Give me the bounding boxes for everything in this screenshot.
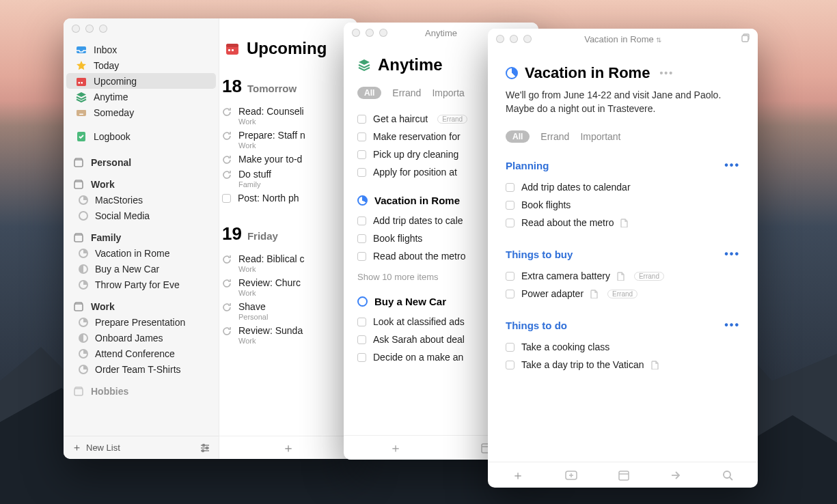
task-title: Read: Biblical c — [238, 253, 305, 264]
nav-inbox[interactable]: Inbox — [66, 42, 216, 57]
add-task-icon[interactable]: ＋ — [512, 467, 524, 484]
add-task-button[interactable]: ＋ — [219, 440, 357, 456]
task-row[interactable]: Post: North ph — [222, 191, 357, 206]
section-more-icon[interactable]: ••• — [724, 319, 740, 331]
section-more-icon[interactable]: ••• — [724, 159, 740, 171]
project-item[interactable]: Throw Party for Eve — [66, 277, 216, 292]
checkbox[interactable] — [357, 353, 366, 362]
checkbox[interactable] — [506, 290, 514, 298]
traffic-lights[interactable] — [352, 29, 387, 37]
new-list-button[interactable]: ＋New List — [72, 441, 120, 454]
task-row[interactable]: Make your to-d — [222, 152, 357, 167]
nav-upcoming[interactable]: Upcoming — [66, 73, 216, 89]
checkbox[interactable] — [506, 361, 514, 369]
area-hobbies[interactable]: Hobbies — [64, 384, 219, 399]
project-label: Vacation in Rome — [95, 248, 169, 259]
progress-icon — [79, 195, 88, 205]
area-family[interactable]: Family — [64, 230, 219, 245]
filter-all[interactable]: All — [357, 87, 381, 99]
tag[interactable]: Errand — [607, 290, 637, 298]
settings-icon[interactable] — [200, 443, 210, 453]
page-title: Upcoming — [247, 39, 327, 58]
filter-errand[interactable]: Errand — [540, 131, 569, 142]
checkbox[interactable] — [506, 272, 514, 281]
checkbox[interactable] — [506, 201, 514, 210]
task-row[interactable]: Extra camera batteryErrand — [506, 267, 740, 285]
checkbox[interactable] — [357, 335, 366, 344]
checkbox[interactable] — [357, 318, 366, 326]
task-row[interactable]: Power adapterErrand — [506, 285, 740, 303]
filter-all[interactable]: All — [506, 130, 530, 143]
filter-important[interactable]: Important — [580, 131, 620, 142]
nav-logbook[interactable]: Logbook — [66, 128, 216, 144]
checkbox[interactable] — [222, 194, 231, 203]
traffic-lights[interactable] — [72, 25, 107, 33]
task-row[interactable]: Take a cooking class — [506, 338, 740, 356]
nav-today[interactable]: Today — [66, 57, 216, 73]
duplicate-icon[interactable] — [740, 33, 750, 43]
area-work[interactable]: Work — [64, 177, 219, 192]
project-item[interactable]: Order Team T-Shirts — [66, 361, 216, 377]
search-icon[interactable] — [722, 469, 734, 481]
section-title[interactable]: Planning — [506, 160, 549, 171]
checkbox[interactable] — [357, 150, 366, 159]
task-row[interactable]: Read: Biblical cWork — [222, 251, 357, 275]
task-row[interactable]: Book flights — [506, 196, 740, 214]
traffic-lights[interactable] — [496, 35, 532, 43]
progress-icon — [357, 195, 368, 206]
nav-anytime[interactable]: Anytime — [66, 89, 216, 104]
section-title[interactable]: Things to do — [506, 320, 567, 331]
task-row[interactable]: Review: ChurcWork — [222, 275, 357, 299]
task-row[interactable]: Add trip dates to calendar — [506, 178, 740, 196]
calendar-icon[interactable] — [618, 469, 630, 481]
checkbox[interactable] — [506, 219, 514, 227]
svg-point-19 — [202, 449, 204, 451]
checkbox[interactable] — [357, 252, 366, 261]
project-item[interactable]: Social Media — [66, 208, 216, 223]
task-row[interactable]: Take a day trip to the Vatican — [506, 356, 740, 374]
project-item[interactable]: Onboard James — [66, 330, 216, 346]
task-row[interactable]: ShavePersonal — [222, 299, 357, 323]
project-item[interactable]: Prepare Presentation — [66, 314, 216, 330]
area-personal[interactable]: Personal — [64, 155, 219, 170]
nav-someday[interactable]: Someday — [66, 104, 216, 120]
section-title[interactable]: Things to buy — [506, 249, 573, 260]
task-row[interactable]: Review: SundaWork — [222, 323, 357, 347]
project-item[interactable]: Vacation in Rome — [66, 245, 216, 261]
area-icon — [73, 179, 84, 190]
project-item[interactable]: MacStories — [66, 192, 216, 208]
checkbox[interactable] — [506, 343, 514, 352]
note-icon — [620, 219, 628, 227]
move-icon[interactable] — [670, 469, 682, 481]
nav-label: Anytime — [94, 92, 128, 102]
checkbox[interactable] — [357, 115, 366, 124]
nav-label: Inbox — [94, 44, 117, 55]
filter-important[interactable]: Importa — [432, 87, 464, 98]
checkbox[interactable] — [357, 234, 366, 243]
checkbox[interactable] — [357, 132, 366, 141]
project-notes[interactable]: We'll go from June 14-22 and visit Jane … — [506, 89, 740, 115]
section-more-icon[interactable]: ••• — [724, 248, 740, 260]
checkbox[interactable] — [506, 183, 514, 192]
filter-errand[interactable]: Errand — [392, 87, 421, 98]
project-label: Order Team T-Shirts — [95, 364, 181, 375]
checkbox[interactable] — [357, 216, 366, 225]
area-work[interactable]: Work — [64, 299, 219, 314]
svg-rect-26 — [742, 36, 748, 42]
more-icon[interactable]: ••• — [659, 68, 674, 79]
repeat-icon — [222, 155, 232, 165]
repeat-icon — [222, 326, 232, 336]
nav-label: Someday — [94, 107, 134, 118]
project-item[interactable]: Attend Conference — [66, 346, 216, 361]
tag[interactable]: Errand — [634, 272, 664, 281]
task-row[interactable]: Do stuffFamily — [222, 167, 357, 191]
project-item[interactable]: Buy a New Car — [66, 261, 216, 277]
add-icon[interactable]: ＋ — [389, 440, 402, 456]
main-content: Upcoming 18TomorrowRead: CounseliWorkPre… — [219, 18, 357, 459]
task-row[interactable]: Read: CounseliWork — [222, 104, 357, 128]
tag[interactable]: Errand — [437, 115, 467, 124]
task-row[interactable]: Read about the metro — [506, 214, 740, 232]
checkbox[interactable] — [357, 168, 366, 177]
task-row[interactable]: Prepare: Staff nWork — [222, 128, 357, 152]
add-heading-icon[interactable] — [564, 469, 579, 481]
